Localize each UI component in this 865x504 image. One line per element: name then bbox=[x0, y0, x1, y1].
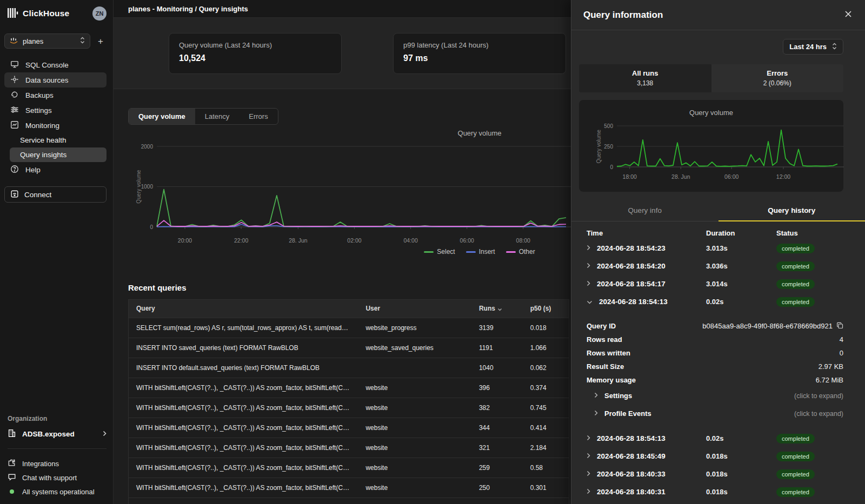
column-header-time: Time bbox=[587, 229, 706, 237]
add-service-button[interactable]: + bbox=[95, 35, 107, 47]
service-selector[interactable]: planes bbox=[4, 33, 90, 49]
table-row[interactable]: SELECT sum(read_rows) AS r, sum(total_ro… bbox=[129, 318, 569, 338]
chevron-right-icon[interactable] bbox=[587, 280, 590, 288]
monitoring-chart-icon bbox=[10, 120, 19, 131]
app-title: ClickHouse bbox=[23, 9, 69, 18]
history-row[interactable]: 2024-06-28 18:40:31 0.018s completed bbox=[571, 483, 865, 501]
history-row[interactable]: 2024-06-28 18:45:49 0.018s completed bbox=[571, 447, 865, 465]
history-row[interactable]: 2024-06-28 18:54:20 3.036s completed bbox=[571, 257, 865, 275]
tab-errors[interactable]: Errors bbox=[239, 109, 277, 124]
tab-all-runs[interactable]: All runs 3,138 bbox=[579, 64, 711, 92]
organization-selector[interactable]: ADSB.exposed bbox=[8, 429, 107, 439]
organization-heading: Organization bbox=[8, 415, 107, 422]
expand-hint: (click to expand) bbox=[794, 410, 843, 418]
tab-query-info[interactable]: Query info bbox=[571, 201, 718, 221]
tab-latency[interactable]: Latency bbox=[195, 109, 239, 124]
connect-button[interactable]: Connect bbox=[4, 186, 107, 203]
legend-item-insert[interactable]: Insert bbox=[466, 248, 495, 256]
recent-queries-table: Query User Runs p50 (s) SELECT sum(read_… bbox=[128, 299, 569, 504]
chevron-right-icon bbox=[103, 430, 107, 438]
panel-tabs: Query info Query history bbox=[571, 201, 865, 221]
legend-swatch bbox=[466, 251, 476, 253]
status-dot-icon bbox=[10, 489, 14, 494]
sidebar-item-backups[interactable]: Backups bbox=[4, 88, 107, 103]
close-icon[interactable] bbox=[843, 9, 853, 21]
table-row[interactable]: WITH bitShiftLeft(CAST(?..), _CAST(?..))… bbox=[129, 438, 569, 458]
time-range-selector[interactable]: Last 24 hrs bbox=[783, 39, 843, 55]
detail-row-query-id: Query ID b0845aa9-a8c9-49f0-8f68-e678669… bbox=[587, 319, 843, 333]
chevron-right-icon[interactable] bbox=[587, 452, 590, 460]
history-row[interactable]: 2024-06-28 18:54:13 0.02s completed bbox=[571, 429, 865, 447]
organization-section: Organization ADSB.exposed bbox=[0, 415, 113, 456]
sidebar-item-help[interactable]: Help bbox=[4, 162, 107, 177]
chevron-right-icon[interactable] bbox=[587, 434, 590, 442]
sidebar-item-settings[interactable]: Settings bbox=[4, 103, 107, 118]
user-avatar[interactable]: ZN bbox=[92, 6, 107, 21]
legend-item-select[interactable]: Select bbox=[424, 248, 455, 256]
panel-header: Query information bbox=[571, 0, 865, 30]
sidebar-item-label: SQL Console bbox=[25, 61, 69, 69]
table-row[interactable]: WITH bitShiftLeft(CAST(?..), _CAST(?..))… bbox=[129, 418, 569, 438]
table-row[interactable] bbox=[129, 498, 569, 504]
column-header-p50[interactable]: p50 (s) bbox=[523, 300, 569, 318]
sidebar-item-sql-console[interactable]: SQL Console bbox=[4, 57, 107, 72]
sidebar-item-service-health[interactable]: Service health bbox=[10, 133, 107, 147]
detail-row-result-size: Result Size 2.97 KB bbox=[587, 360, 843, 373]
copy-icon[interactable] bbox=[836, 322, 843, 331]
tab-query-history[interactable]: Query history bbox=[718, 201, 865, 221]
stat-value: 10,524 bbox=[179, 53, 331, 63]
settings-expandable[interactable]: Settings (click to expand) bbox=[587, 387, 843, 405]
panel-chart-plot-area[interactable]: 025050018:0028. Jun06:0012:00Query volum… bbox=[579, 119, 844, 182]
column-header-runs[interactable]: Runs bbox=[471, 300, 523, 318]
svg-text:12:00: 12:00 bbox=[776, 173, 790, 180]
query-id-value: b0845aa9-a8c9-49f0-8f68-e678669bd921 bbox=[702, 322, 833, 330]
table-row[interactable]: WITH bitShiftLeft(CAST(?..), _CAST(?..))… bbox=[129, 398, 569, 418]
sidebar-item-query-insights[interactable]: Query insights bbox=[10, 147, 107, 162]
column-header-query[interactable]: Query bbox=[129, 300, 358, 318]
status-badge: completed bbox=[776, 297, 815, 307]
tab-query-volume[interactable]: Query volume bbox=[129, 109, 195, 124]
chevron-updown-icon bbox=[80, 37, 85, 45]
chevron-right-icon bbox=[594, 392, 598, 400]
tab-errors[interactable]: Errors 2 (0.06%) bbox=[711, 64, 844, 92]
panel-chart-card: Query volume 025050018:0028. Jun06:0012:… bbox=[579, 100, 843, 192]
chevron-down-icon[interactable] bbox=[587, 298, 593, 306]
help-icon bbox=[10, 165, 19, 175]
history-row[interactable]: 2024-06-28 18:54:17 3.014s completed bbox=[571, 275, 865, 293]
svg-text:28. Jun: 28. Jun bbox=[671, 173, 690, 180]
building-icon bbox=[8, 429, 16, 439]
table-row[interactable]: WITH bitShiftLeft(CAST(?..), _CAST(?..))… bbox=[129, 458, 569, 478]
history-row[interactable]: 2024-06-28 18:54:23 3.013s completed bbox=[571, 239, 865, 257]
table-row[interactable]: WITH bitShiftLeft(CAST(?..), _CAST(?..))… bbox=[129, 378, 569, 398]
chevron-right-icon[interactable] bbox=[587, 470, 590, 478]
query-details: Query ID b0845aa9-a8c9-49f0-8f68-e678669… bbox=[571, 311, 865, 422]
system-status[interactable]: All systems operational bbox=[0, 485, 113, 499]
svg-text:22:00: 22:00 bbox=[234, 237, 248, 244]
panel-controls: Last 24 hrs bbox=[571, 30, 865, 55]
table-row[interactable]: INSERT INTO default.saved_queries (text)… bbox=[129, 358, 569, 378]
sidebar-item-data-sources[interactable]: Data sources bbox=[4, 72, 107, 88]
footer-item-label: Chat with support bbox=[22, 474, 77, 482]
history-rows-top: 2024-06-28 18:54:23 3.013s completed 202… bbox=[571, 239, 865, 311]
history-row[interactable]: 2024-06-28 18:40:33 0.018s completed bbox=[571, 465, 865, 483]
table-row[interactable]: INSERT INTO saved_queries (text) FORMAT … bbox=[129, 338, 569, 358]
sidebar-item-chat-support[interactable]: Chat with support bbox=[0, 471, 113, 485]
sidebar-item-monitoring[interactable]: Monitoring bbox=[4, 118, 107, 133]
column-header-user[interactable]: User bbox=[358, 300, 471, 318]
connect-icon bbox=[10, 190, 19, 200]
table-row[interactable]: WITH bitShiftLeft(CAST(?..), _CAST(?..))… bbox=[129, 478, 569, 498]
sidebar-item-integrations[interactable]: Integrations bbox=[0, 456, 113, 471]
sort-desc-icon bbox=[497, 305, 502, 313]
chevron-right-icon[interactable] bbox=[587, 488, 590, 496]
chevron-right-icon[interactable] bbox=[587, 244, 590, 252]
all-runs-label: All runs bbox=[579, 69, 711, 77]
chevron-right-icon[interactable] bbox=[587, 262, 590, 270]
legend-item-other[interactable]: Other bbox=[506, 248, 535, 256]
sidebar-item-label: Service health bbox=[20, 136, 66, 144]
svg-text:06:00: 06:00 bbox=[724, 173, 738, 180]
svg-text:2000: 2000 bbox=[141, 144, 154, 150]
service-name: planes bbox=[23, 37, 75, 45]
profile-events-expandable[interactable]: Profile Events (click to expand) bbox=[587, 405, 843, 422]
history-row-expanded[interactable]: 2024-06-28 18:54:13 0.02s completed bbox=[571, 293, 865, 311]
sidebar-item-label: Help bbox=[25, 166, 41, 174]
